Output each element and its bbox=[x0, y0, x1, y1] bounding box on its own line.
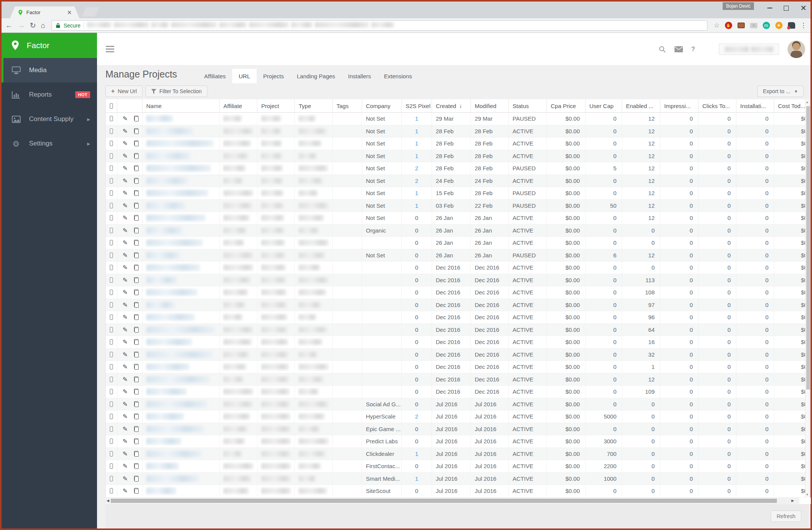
duplicate-copy-icon[interactable] bbox=[134, 314, 138, 320]
reload-icon[interactable]: ↻ bbox=[30, 22, 36, 29]
duplicate-copy-icon[interactable] bbox=[134, 339, 138, 345]
table-row[interactable]: ✎026 Jan26 JanACTIVE$0.0000000$0.00 bbox=[106, 237, 805, 249]
table-row[interactable]: ✎0Dec 2016Dec 2016ACTIVE$0.000109000$0.0… bbox=[106, 386, 805, 398]
duplicate-copy-icon[interactable] bbox=[134, 228, 138, 233]
row-checkbox[interactable] bbox=[110, 116, 113, 121]
edit-pencil-icon[interactable]: ✎ bbox=[123, 338, 128, 346]
column-header-modified[interactable]: Modified bbox=[471, 99, 509, 113]
camera-extension-icon[interactable] bbox=[750, 22, 757, 29]
row-checkbox[interactable] bbox=[110, 339, 113, 345]
vertical-scrollbar[interactable]: ▲ ▼ bbox=[805, 99, 809, 498]
duplicate-copy-icon[interactable] bbox=[134, 364, 138, 370]
table-row[interactable]: ✎Predict Labs0Jul 2016Jul 2016ACTIVE$0.0… bbox=[106, 435, 805, 448]
scroll-up-icon[interactable]: ▲ bbox=[806, 100, 809, 104]
row-checkbox[interactable] bbox=[110, 414, 113, 419]
row-checkbox[interactable] bbox=[110, 190, 113, 196]
edit-pencil-icon[interactable]: ✎ bbox=[123, 462, 128, 470]
row-checkbox[interactable] bbox=[110, 178, 113, 184]
tab-url[interactable]: URL bbox=[232, 69, 257, 83]
sort-desc-icon[interactable]: ↓ bbox=[459, 103, 462, 109]
table-row[interactable]: ✎SiteScout0Jul 2016Jul 2016ACTIVE$0.0000… bbox=[106, 485, 805, 498]
sidebar-item-settings[interactable]: ⚙Settings▶ bbox=[2, 131, 97, 156]
tab-landing-pages[interactable]: Landing Pages bbox=[290, 69, 341, 83]
table-row[interactable]: ✎0Dec 2016Dec 2016ACTIVE$0.00032000$0.00 bbox=[106, 349, 805, 361]
table-row[interactable]: ✎FirstContac...0Jul 2016Jul 2016ACTIVE$0… bbox=[106, 460, 805, 473]
search-icon[interactable] bbox=[658, 45, 666, 53]
table-row[interactable]: ✎Not Set228 Feb28 FebPAUSED$0.00512000$0… bbox=[106, 162, 805, 175]
s2s-pixel-link[interactable]: 1 bbox=[415, 128, 418, 134]
table-row[interactable]: ✎Not Set026 Jan26 JanACTIVE$0.00012000$0… bbox=[106, 212, 805, 225]
table-row[interactable]: ✎Not Set128 Feb28 FebACTIVE$0.00012000$0… bbox=[106, 137, 805, 150]
table-row[interactable]: ✎HyperScale2Jul 2016Jul 2016ACTIVE$0.005… bbox=[106, 410, 805, 423]
help-icon[interactable]: ? bbox=[691, 45, 695, 53]
apps-grid-icon[interactable] bbox=[704, 46, 710, 53]
row-checkbox[interactable] bbox=[110, 376, 113, 382]
filter-to-selection-button[interactable]: Filter To Selection bbox=[146, 86, 207, 97]
adblock-hand-icon[interactable]: ✋ bbox=[725, 22, 732, 29]
duplicate-copy-icon[interactable] bbox=[134, 327, 138, 333]
table-row[interactable]: ✎Not Set115 Feb28 FebPAUSED$0.00012000$0… bbox=[106, 187, 805, 200]
tab-projects[interactable]: Projects bbox=[257, 69, 290, 83]
duplicate-copy-icon[interactable] bbox=[134, 203, 138, 208]
m-extension-icon[interactable]: m bbox=[762, 22, 770, 29]
column-header-project[interactable]: Project bbox=[257, 99, 295, 113]
edit-pencil-icon[interactable]: ✎ bbox=[123, 388, 128, 395]
column-header-select[interactable] bbox=[106, 99, 117, 113]
duplicate-copy-icon[interactable] bbox=[134, 128, 138, 134]
duplicate-copy-icon[interactable] bbox=[134, 240, 138, 246]
row-checkbox[interactable] bbox=[110, 463, 113, 469]
row-checkbox[interactable] bbox=[110, 265, 113, 270]
row-checkbox[interactable] bbox=[110, 389, 113, 394]
column-header-cpa_price[interactable]: Cpa Price bbox=[547, 99, 586, 113]
edit-pencil-icon[interactable]: ✎ bbox=[123, 214, 128, 221]
row-checkbox[interactable] bbox=[110, 314, 113, 320]
user-avatar[interactable] bbox=[788, 40, 805, 58]
new-url-button[interactable]: + New Url bbox=[105, 86, 142, 97]
column-header-name[interactable]: Name bbox=[142, 99, 220, 113]
edit-pencil-icon[interactable]: ✎ bbox=[123, 438, 128, 445]
edit-pencil-icon[interactable]: ✎ bbox=[123, 152, 128, 160]
browser-profile-name[interactable]: Bojan Dević bbox=[723, 2, 754, 10]
home-icon[interactable]: ⌂ bbox=[41, 22, 45, 29]
edit-pencil-icon[interactable]: ✎ bbox=[123, 376, 128, 383]
duplicate-copy-icon[interactable] bbox=[134, 141, 138, 146]
sidebar-item-media[interactable]: Media bbox=[2, 58, 97, 82]
forward-arrow-icon[interactable]: → bbox=[18, 22, 25, 29]
column-header-impressions[interactable]: Impressi... bbox=[660, 99, 699, 113]
column-header-created[interactable]: Created↓ bbox=[432, 99, 471, 113]
duplicate-copy-icon[interactable] bbox=[134, 438, 138, 444]
tab-extensions[interactable]: Extensions bbox=[377, 69, 418, 83]
row-checkbox[interactable] bbox=[110, 165, 113, 171]
column-header-cost_today[interactable]: Cost Tod... bbox=[774, 99, 806, 113]
table-row[interactable]: ✎0Dec 2016Dec 2016ACTIVE$0.00096000$0.00 bbox=[106, 311, 805, 324]
table-row[interactable]: ✎Social Ad G...0Jul 2016Jul 2016ACTIVE$0… bbox=[106, 398, 805, 411]
maximize-icon[interactable] bbox=[784, 6, 789, 11]
row-checkbox[interactable] bbox=[110, 277, 113, 283]
refresh-button[interactable]: Refresh bbox=[771, 511, 801, 522]
tab-affiliates[interactable]: Affiliates bbox=[198, 69, 232, 83]
duplicate-copy-icon[interactable] bbox=[134, 463, 138, 469]
duplicate-copy-icon[interactable] bbox=[134, 289, 138, 295]
column-header-affiliate[interactable]: Affiliate bbox=[220, 99, 257, 113]
back-arrow-icon[interactable]: ← bbox=[5, 22, 13, 29]
minimize-icon[interactable] bbox=[767, 8, 772, 8]
edit-pencil-icon[interactable]: ✎ bbox=[123, 289, 128, 296]
duplicate-copy-icon[interactable] bbox=[134, 215, 138, 221]
table-row[interactable]: ✎0Dec 2016Dec 2016ACTIVE$0.00097000$0.00 bbox=[106, 299, 805, 312]
s2s-pixel-link[interactable]: 2 bbox=[415, 178, 418, 184]
edit-pencil-icon[interactable]: ✎ bbox=[123, 202, 128, 209]
row-checkbox[interactable] bbox=[110, 364, 113, 370]
duplicate-copy-icon[interactable] bbox=[134, 389, 138, 394]
mail-envelope-icon[interactable] bbox=[675, 46, 683, 52]
row-checkbox[interactable] bbox=[110, 476, 113, 482]
table-row[interactable]: ✎0Dec 2016Dec 2016ACTIVE$0.00064000$0.00 bbox=[106, 324, 805, 336]
column-header-company[interactable]: Company bbox=[362, 99, 402, 113]
duplicate-copy-icon[interactable] bbox=[134, 265, 138, 270]
duplicate-copy-icon[interactable] bbox=[134, 352, 138, 357]
table-row[interactable]: ✎Clickdealer1Jul 2016Jul 2016ACTIVE$0.00… bbox=[106, 448, 805, 461]
duplicate-copy-icon[interactable] bbox=[134, 302, 138, 308]
edit-pencil-icon[interactable]: ✎ bbox=[123, 425, 128, 433]
column-header-type[interactable]: Type bbox=[295, 99, 333, 113]
s2s-pixel-link[interactable]: 1 bbox=[415, 153, 418, 159]
duplicate-copy-icon[interactable] bbox=[134, 476, 138, 482]
